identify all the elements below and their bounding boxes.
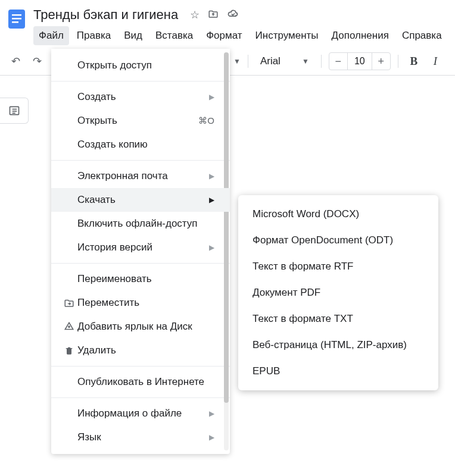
separator: [51, 81, 230, 82]
drive-shortcut-icon: [61, 321, 77, 332]
font-size-control: − 10 +: [329, 52, 391, 70]
outline-toggle[interactable]: [0, 98, 29, 124]
download-html[interactable]: Веб-страница (HTML, ZIP-архив): [238, 332, 438, 358]
file-menu-dropdown: Открыть доступ Создать▶ Открыть⌘O Создат…: [51, 49, 230, 454]
bold-button[interactable]: B: [406, 53, 422, 70]
menu-insert[interactable]: Вставка: [150, 26, 198, 45]
download-odt[interactable]: Формат OpenDocument (ODT): [238, 227, 438, 253]
menubar: Файл Правка Вид Вставка Формат Инструмен…: [33, 25, 455, 46]
font-selector[interactable]: Arial ▼: [255, 53, 314, 70]
download-submenu: Microsoft Word (DOCX) Формат OpenDocumen…: [238, 195, 438, 390]
move-icon[interactable]: [208, 8, 219, 22]
submenu-arrow-icon: ▶: [209, 172, 214, 180]
download-txt[interactable]: Текст в формате TXT: [238, 306, 438, 332]
download-pdf[interactable]: Документ PDF: [238, 280, 438, 306]
separator: [51, 397, 230, 398]
menu-version-history[interactable]: История версий▶: [51, 236, 230, 259]
menu-add-shortcut[interactable]: Добавить ярлык на Диск: [51, 315, 230, 339]
star-icon[interactable]: ☆: [190, 8, 200, 21]
menu-offline[interactable]: Включить офлайн-доступ: [51, 212, 230, 236]
submenu-arrow-icon: ▶: [209, 243, 214, 252]
svg-rect-2: [12, 18, 21, 20]
shortcut-label: ⌘O: [198, 115, 214, 126]
menu-email[interactable]: Электронная почта▶: [51, 164, 230, 188]
menu-info[interactable]: Информация о файле▶: [51, 402, 230, 425]
undo-button[interactable]: ↶: [7, 53, 24, 70]
cloud-icon[interactable]: [227, 8, 239, 23]
download-rtf[interactable]: Текст в формате RTF: [238, 253, 438, 280]
decrease-size-button[interactable]: −: [329, 55, 347, 68]
svg-rect-1: [12, 14, 21, 16]
trash-icon: [61, 346, 77, 355]
menu-file[interactable]: Файл: [33, 26, 69, 45]
separator: [398, 55, 398, 68]
redo-button[interactable]: ↷: [29, 53, 45, 70]
folder-move-icon: [61, 298, 77, 308]
separator: [248, 55, 248, 68]
menu-rename[interactable]: Переименовать: [51, 267, 230, 291]
separator: [51, 366, 230, 367]
download-epub[interactable]: EPUB: [238, 358, 438, 384]
chevron-down-icon: ▼: [302, 57, 309, 65]
menu-download[interactable]: Скачать▶: [51, 188, 230, 212]
menu-help[interactable]: Справка: [397, 26, 447, 45]
submenu-arrow-icon: ▶: [209, 196, 214, 204]
separator: [51, 160, 230, 161]
menu-language[interactable]: Язык▶: [51, 425, 230, 449]
menu-share[interactable]: Открыть доступ: [51, 54, 230, 77]
styles-dropdown-icon[interactable]: ▼: [233, 57, 241, 65]
increase-size-button[interactable]: +: [372, 55, 390, 68]
separator: [321, 55, 322, 68]
docs-logo[interactable]: [5, 7, 29, 31]
menu-delete[interactable]: Удалить: [51, 339, 230, 362]
svg-rect-3: [12, 21, 18, 23]
submenu-arrow-icon: ▶: [209, 409, 214, 418]
menu-open[interactable]: Открыть⌘O: [51, 109, 230, 133]
menu-addons[interactable]: Дополнения: [326, 26, 394, 45]
menu-tools[interactable]: Инструменты: [250, 26, 324, 45]
menu-format[interactable]: Формат: [201, 26, 247, 45]
font-size-value[interactable]: 10: [347, 53, 372, 70]
separator: [51, 263, 230, 264]
italic-button[interactable]: I: [427, 53, 444, 70]
submenu-arrow-icon: ▶: [209, 93, 214, 101]
font-name: Arial: [260, 55, 281, 67]
menu-publish[interactable]: Опубликовать в Интернете: [51, 370, 230, 394]
document-title[interactable]: Тренды бэкап и гигиена: [33, 7, 178, 23]
menu-edit[interactable]: Правка: [71, 26, 116, 45]
download-docx[interactable]: Microsoft Word (DOCX): [238, 201, 438, 227]
menu-view[interactable]: Вид: [119, 26, 148, 45]
menu-new[interactable]: Создать▶: [51, 85, 230, 109]
menu-move[interactable]: Переместить: [51, 291, 230, 315]
submenu-arrow-icon: ▶: [209, 433, 214, 441]
menu-make-copy[interactable]: Создать копию: [51, 133, 230, 156]
